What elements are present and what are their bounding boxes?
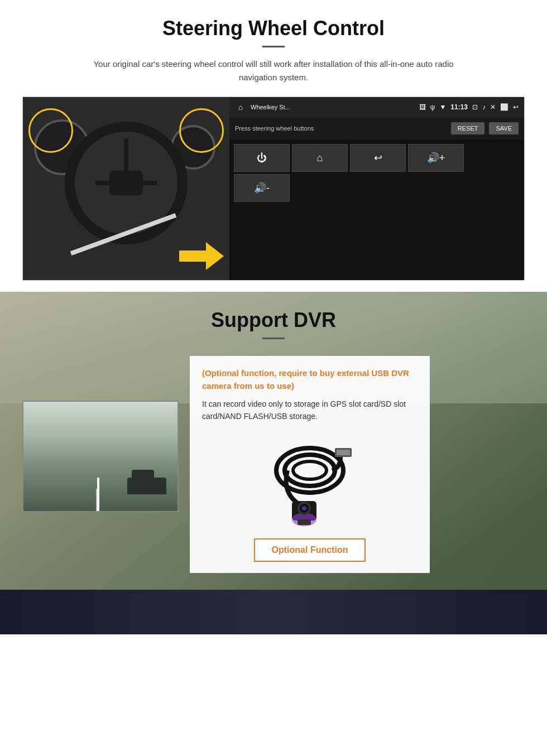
highlight-circle-left bbox=[28, 108, 73, 153]
hu-vol-up-btn[interactable]: 🔊+ bbox=[408, 144, 464, 172]
hu-statusbar: ⌂ Wheelkey St... 🖼 ψ ▼ 11:13 ⊡ ♪ ✕ ⬜ ↩ bbox=[229, 97, 524, 117]
steering-subtitle: Your original car's steering wheel contr… bbox=[78, 57, 469, 84]
dvr-description: It can record video only to storage in G… bbox=[202, 398, 418, 423]
dvr-content: Support DVR (Optional function, require bbox=[0, 292, 547, 590]
dvr-camera-svg bbox=[254, 437, 366, 526]
hu-controls-bar: Press steering wheel buttons RESET SAVE bbox=[229, 117, 524, 139]
hu-time: 11:13 bbox=[450, 103, 468, 111]
hu-sound-icon: ♪ bbox=[482, 103, 486, 111]
svg-point-2 bbox=[293, 461, 327, 479]
road-stripe-side bbox=[96, 489, 98, 511]
hu-press-text: Press steering wheel buttons bbox=[235, 125, 447, 132]
head-unit-screen: ⌂ Wheelkey St... 🖼 ψ ▼ 11:13 ⊡ ♪ ✕ ⬜ ↩ P… bbox=[229, 97, 524, 280]
wheel-center bbox=[109, 171, 143, 196]
hu-screen-icon: ⬜ bbox=[500, 103, 508, 111]
steering-title-divider bbox=[262, 46, 285, 47]
car-silhouette bbox=[127, 478, 166, 494]
hu-save-button[interactable]: SAVE bbox=[489, 122, 519, 134]
hu-vol-down-btn[interactable]: 🔊- bbox=[234, 174, 290, 202]
svg-rect-10 bbox=[337, 450, 350, 455]
dvr-footage-inner bbox=[23, 402, 177, 511]
hu-wifi-icon: ▼ bbox=[439, 103, 446, 111]
hu-close-icon: ✕ bbox=[490, 103, 496, 111]
dvr-section: Support DVR (Optional function, require bbox=[0, 292, 547, 634]
steering-section: Steering Wheel Control Your original car… bbox=[0, 0, 547, 292]
hu-icon-usb: ψ bbox=[430, 103, 435, 111]
dvr-info-card: (Optional function, require to buy exter… bbox=[190, 356, 430, 573]
hu-home-btn[interactable]: ⌂ bbox=[292, 144, 348, 172]
hu-reset-button[interactable]: RESET bbox=[451, 122, 485, 134]
hu-buttons-grid: ⏻ ⌂ ↩ 🔊+ 🔊- bbox=[229, 139, 524, 206]
dvr-thumbnail-column bbox=[22, 401, 179, 512]
hu-back-icon: ↩ bbox=[513, 103, 519, 111]
hu-back-btn[interactable]: ↩ bbox=[350, 144, 406, 172]
dvr-title-divider bbox=[262, 338, 285, 339]
hu-power-btn[interactable]: ⏻ bbox=[234, 144, 290, 172]
dvr-footage-thumbnail bbox=[22, 401, 179, 512]
dvr-content-row: (Optional function, require to buy exter… bbox=[22, 356, 525, 573]
dvr-title: Support DVR bbox=[22, 309, 525, 332]
dvr-camera-image bbox=[202, 431, 418, 532]
hu-app-title: Wheelkey St... bbox=[251, 104, 415, 110]
svg-rect-8 bbox=[298, 519, 311, 525]
highlight-circle-right bbox=[179, 108, 224, 153]
optional-function-button[interactable]: Optional Function bbox=[254, 538, 366, 562]
direction-arrow bbox=[179, 242, 224, 270]
svg-point-7 bbox=[302, 506, 306, 511]
steering-title: Steering Wheel Control bbox=[22, 17, 525, 40]
steering-wheel bbox=[65, 122, 188, 244]
steering-composite-image: ⌂ Wheelkey St... 🖼 ψ ▼ 11:13 ⊡ ♪ ✕ ⬜ ↩ P… bbox=[22, 97, 525, 281]
hu-icon-image: 🖼 bbox=[419, 103, 426, 111]
hu-home-icon: ⌂ bbox=[235, 102, 246, 113]
bottom-car-interior bbox=[0, 590, 547, 634]
steering-wheel-photo bbox=[23, 97, 229, 281]
hu-camera-icon: ⊡ bbox=[472, 103, 478, 111]
dvr-optional-note: (Optional function, require to buy exter… bbox=[202, 367, 418, 392]
